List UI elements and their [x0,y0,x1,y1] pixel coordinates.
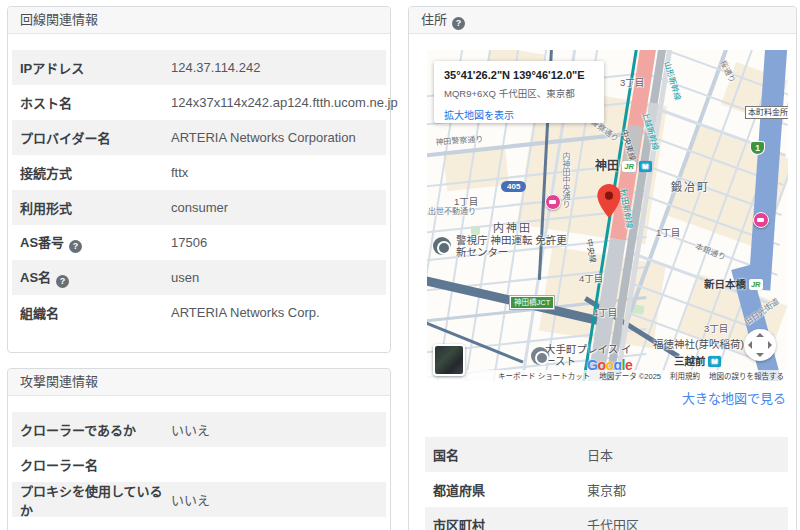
hotel-poi-icon[interactable] [753,212,769,228]
satellite-view-toggle[interactable] [433,344,465,376]
coordinates-text: 35°41'26.2"N 139°46'12.0"E [444,69,594,81]
map-label: 内神田 [493,219,532,235]
hotel-poi-icon[interactable] [545,194,561,210]
map-label: 旧日光街道 [742,295,781,327]
attack-info-table: クローラーであるかいいえクローラー名プロキシを使用しているかいいえ [12,412,386,517]
row-label: AS番号? [20,232,171,253]
row-value: consumer [171,200,228,215]
row-value: fttx [171,165,188,180]
pan-down-icon [756,353,764,357]
address-panel-title: 住所? [409,7,796,34]
info-row: IPアドレス124.37.114.242 [12,50,386,85]
map-label: 1丁目 [656,225,680,239]
row-value: 東京都 [587,480,626,499]
enlarge-map-link[interactable]: 拡大地図を表示 [444,107,594,122]
attack-info-panel: 攻撃関連情報 クローラーであるかいいえクローラー名プロキシを使用しているかいいえ [7,368,391,530]
tokyo-metro-logo-icon: M [708,356,720,367]
jr-logo-icon: JR [749,279,763,290]
map-info-card: 35°41'26.2"N 139°46'12.0"E MQR9+6XQ 千代田区… [434,61,604,123]
google-map[interactable]: 神田警察通り神田警察通り桜通り3丁目山形新幹線上越新幹線中央東線秋田新幹線中央線… [427,50,788,381]
row-value: 千代田区 [587,515,639,530]
map-label: 山形新幹線 [662,60,684,101]
row-label: クローラーであるか [20,420,171,439]
row-label: IPアドレス [20,58,171,77]
jr-logo-icon: JR [622,161,636,172]
row-value: いいえ [171,490,210,509]
station-mitsukoshimae-label: 三越前 [674,355,706,367]
station-kanda[interactable]: 神田 JR M [595,156,652,173]
map-label: 警視庁 神田運転 免許更新センター [456,234,568,258]
station-shin-nihombashi[interactable]: 新日本橋 JR [704,276,763,291]
terms-link[interactable]: 利用規約 [670,370,700,381]
line-info-panel: 回線関連情報 IPアドレス124.37.114.242ホスト名124x37x11… [7,6,391,353]
map-attribution-bar: キーボード ショートカット地図データ ©2025利用規約地図の誤りを報告する [427,370,788,381]
row-value: 124x37x114x242.ap124.ftth.ucom.ne.jp [171,95,398,110]
pan-right-icon [768,341,772,349]
info-row: 都道府県東京都 [425,472,788,507]
info-row: プロキシを使用しているかいいえ [12,482,386,517]
row-label: AS名? [20,267,171,288]
tollgate-badge: 本町料金所 [745,106,788,119]
line-info-table: IPアドレス124.37.114.242ホスト名124x37x114x242.a… [12,50,386,330]
info-row: クローラーであるかいいえ [12,412,386,447]
station-shin-nihombashi-label: 新日本橋 [704,278,746,290]
panel-title-text: 攻撃関連情報 [20,374,98,389]
help-icon[interactable]: ? [69,240,82,253]
row-value: usen [171,270,199,285]
map-label: 鍛冶町 [671,178,710,194]
info-row: ホスト名124x37x114x242.ap124.ftth.ucom.ne.jp [12,85,386,120]
kandabashi-jct-badge: 神田橋JCT [510,296,554,309]
info-row: 利用形式consumer [12,190,386,225]
help-icon[interactable]: ? [56,275,69,288]
row-label: プロキシを使用しているか [20,481,171,519]
info-row: AS名?usen [12,260,386,295]
row-label: 国名 [433,445,587,464]
panel-title-text: 住所 [421,12,447,27]
info-row: 国名日本 [425,437,788,472]
info-row: AS番号?17506 [12,225,386,260]
location-pin-icon[interactable] [597,184,621,218]
map-label: 桜通り [718,58,738,84]
keyboard-shortcuts-link[interactable]: キーボード ショートカット [498,370,590,381]
info-row: クローラー名 [12,447,386,482]
row-label: プロバイダー名 [20,128,171,147]
pan-left-icon [748,341,752,349]
map-label: 神田警察通り [435,133,484,147]
station-mitsukoshimae[interactable]: 三越前 M [674,353,721,368]
info-row: プロバイダー名ARTERIA Networks Corporation [12,120,386,155]
row-value: いいえ [171,420,210,439]
pan-up-icon [756,333,764,337]
row-label: クローラー名 [20,455,171,474]
row-label: ホスト名 [20,93,171,112]
row-value: 124.37.114.242 [171,60,260,75]
help-icon[interactable]: ? [452,17,465,30]
pan-control[interactable] [744,329,776,361]
panel-title-text: 回線関連情報 [20,12,98,27]
attack-info-panel-title: 攻撃関連情報 [8,369,390,396]
map-label: 上越新幹線 [640,110,662,151]
police-center-poi-icon[interactable] [433,237,451,255]
map-label: 本銀通り [694,240,728,262]
map-label: 内神田中央通り [560,152,571,208]
tokyo-metro-logo-icon: M [639,161,651,172]
station-kanda-label: 神田 [595,159,619,173]
view-larger-map-link[interactable]: 大きな地図で見る [682,388,786,407]
info-row: 接続方式fttx [12,155,386,190]
map-label: 4丁目 [593,305,617,319]
row-value: 日本 [587,445,613,464]
address-panel: 住所? 神田警察通り神田警察通り桜通り3丁目山形新幹線上越新幹線中央東線秋田新幹… [408,6,797,530]
line-info-panel-title: 回線関連情報 [8,7,390,34]
row-label: 接続方式 [20,163,171,182]
row-value: ARTERIA Networks Corp. [171,305,320,320]
row-label: 市区町村 [433,515,587,530]
report-error-link[interactable]: 地図の誤りを報告する [709,370,784,381]
row-label: 組織名 [20,303,171,322]
plus-code-text: MQR9+6XQ 千代田区、東京都 [444,86,594,100]
otemachi-place-poi-icon[interactable] [531,347,549,365]
map-label: 3丁目 [704,321,728,335]
map-label: 3丁目 [620,75,644,89]
row-label: 利用形式 [20,198,171,217]
route-1-shield: 1 [750,141,765,155]
map-label: 出世不動通り [428,205,476,216]
info-row: 組織名ARTERIA Networks Corp. [12,295,386,330]
